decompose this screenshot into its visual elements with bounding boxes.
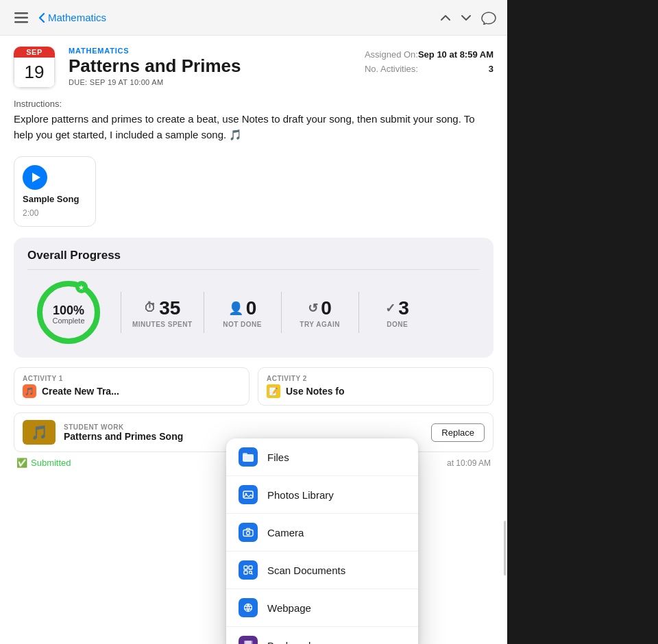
due-date: DUE: SEP 19 AT 10:00 AM	[69, 78, 351, 86]
instructions-label: Instructions:	[14, 99, 494, 109]
webpage-label: Webpage	[267, 602, 311, 614]
activity-2-title: Use Notes fo	[286, 386, 345, 397]
svg-rect-6	[243, 453, 247, 456]
scan-icon	[239, 560, 258, 580]
activity-2-icon: 📝	[267, 384, 280, 398]
nav-up-button[interactable]	[440, 14, 451, 22]
progress-section: Overall Progress ★ 100% Complete ⏱	[14, 238, 494, 358]
menu-item-bookmarks[interactable]: Bookmarks	[226, 627, 418, 644]
play-icon	[32, 173, 40, 182]
not-done-label: NOT DONE	[223, 321, 262, 328]
activity-1-label: ACTIVITY 1	[23, 375, 241, 382]
svg-line-15	[252, 573, 253, 575]
divider-2	[204, 292, 204, 333]
activity-2-label: ACTIVITY 2	[267, 375, 485, 382]
nav-bar: Mathematics	[0, 0, 507, 36]
song-name: Sample Song	[23, 194, 79, 204]
activities-value: 3	[489, 64, 494, 74]
menu-item-webpage[interactable]: Webpage	[226, 589, 418, 627]
try-again-value: 0	[321, 297, 332, 319]
minutes-label: MINUTES SPENT	[132, 321, 193, 328]
files-label: Files	[267, 451, 289, 463]
bookmarks-icon	[239, 636, 258, 644]
percent-value: 100%	[53, 304, 84, 318]
assigned-value: Sep 10 at 8:59 AM	[418, 49, 494, 60]
star-badge: ★	[75, 281, 88, 293]
files-icon	[239, 447, 258, 467]
menu-item-files[interactable]: Files	[226, 438, 418, 476]
calendar-month: SEP	[14, 47, 55, 58]
divider-1	[121, 292, 121, 333]
sidebar-toggle-button[interactable]	[11, 10, 32, 26]
try-again-stat: ↺ 0 TRY AGAIN	[293, 297, 348, 328]
subject-label: MATHEMATICS	[69, 47, 351, 55]
svg-rect-9	[243, 530, 253, 536]
submitted-check-icon: ✅	[16, 458, 27, 468]
circle-label: 100% Complete	[52, 304, 84, 325]
done-stat: ✓ 3 DONE	[370, 297, 425, 328]
minutes-value: 35	[159, 297, 180, 319]
svg-rect-12	[249, 566, 252, 569]
play-button[interactable]	[23, 165, 47, 190]
svg-point-10	[247, 532, 250, 535]
menu-item-scan[interactable]: Scan Documents	[226, 552, 418, 589]
photos-label: Photos Library	[267, 489, 334, 501]
svg-point-14	[249, 571, 252, 574]
nav-down-button[interactable]	[461, 14, 472, 22]
assigned-label: Assigned On:	[365, 49, 418, 60]
svg-rect-13	[244, 571, 247, 574]
scan-label: Scan Documents	[267, 565, 345, 576]
done-label: DONE	[387, 321, 408, 328]
work-label: STUDENT WORK	[64, 423, 423, 431]
divider-3	[281, 292, 282, 333]
complete-label: Complete	[52, 317, 84, 325]
back-label: Mathematics	[48, 12, 106, 23]
clock-icon: ⏱	[144, 301, 156, 315]
photos-icon	[239, 485, 258, 504]
song-duration: 2:00	[23, 208, 38, 218]
calendar-day: 19	[14, 58, 55, 88]
divider-4	[358, 292, 359, 333]
completion-circle: ★ 100% Complete	[27, 278, 110, 347]
activities-label: No. Activities:	[365, 64, 418, 74]
not-done-icon: 👤	[228, 301, 243, 316]
sample-song-card[interactable]: Sample Song 2:00	[14, 156, 96, 227]
webpage-icon	[239, 598, 258, 617]
svg-rect-2	[14, 21, 28, 23]
back-button[interactable]: Mathematics	[38, 12, 106, 23]
minutes-stat: ⏱ 35 MINUTES SPENT	[132, 297, 193, 328]
comment-button[interactable]	[481, 11, 496, 25]
submitted-time: at 10:09 AM	[447, 458, 491, 468]
work-thumbnail: 🎵	[23, 420, 56, 445]
activity-1-card[interactable]: ACTIVITY 1 🎵 Create New Tra...	[14, 367, 249, 406]
svg-rect-0	[14, 12, 28, 14]
instructions-text: Explore patterns and primes to create a …	[14, 112, 494, 143]
assignment-info: MATHEMATICS Patterns and Primes DUE: SEP…	[69, 47, 351, 88]
assignment-meta: Assigned On: Sep 10 at 8:59 AM No. Activ…	[365, 47, 494, 88]
replace-button[interactable]: Replace	[431, 423, 485, 442]
activity-1-icon: 🎵	[23, 384, 36, 398]
menu-item-photos[interactable]: Photos Library	[226, 476, 418, 514]
scroll-indicator	[504, 521, 506, 575]
progress-title: Overall Progress	[27, 249, 480, 270]
try-again-label: TRY AGAIN	[300, 321, 340, 328]
instructions-section: Instructions: Explore patterns and prime…	[0, 95, 507, 149]
menu-item-camera[interactable]: Camera	[226, 514, 418, 552]
activities-row: ACTIVITY 1 🎵 Create New Tra... ACTIVITY …	[14, 367, 494, 406]
svg-rect-7	[243, 491, 253, 498]
progress-stats: ★ 100% Complete ⏱ 35 MINUTES SPENT 👤	[27, 278, 480, 347]
assignment-header: SEP 19 MATHEMATICS Patterns and Primes D…	[0, 36, 507, 95]
submitted-badge: ✅ Submitted	[16, 458, 71, 468]
camera-label: Camera	[267, 527, 304, 538]
activity-1-title: Create New Tra...	[42, 386, 119, 397]
done-icon: ✓	[385, 301, 395, 316]
svg-rect-1	[14, 16, 28, 18]
camera-icon	[239, 523, 258, 542]
svg-point-16	[245, 604, 252, 612]
try-again-icon: ↺	[308, 301, 318, 316]
calendar-icon: SEP 19	[14, 47, 55, 88]
activity-2-card[interactable]: ACTIVITY 2 📝 Use Notes fo	[258, 367, 494, 406]
bookmarks-label: Bookmarks	[267, 640, 319, 645]
not-done-value: 0	[246, 297, 257, 319]
not-done-stat: 👤 0 NOT DONE	[215, 297, 270, 328]
